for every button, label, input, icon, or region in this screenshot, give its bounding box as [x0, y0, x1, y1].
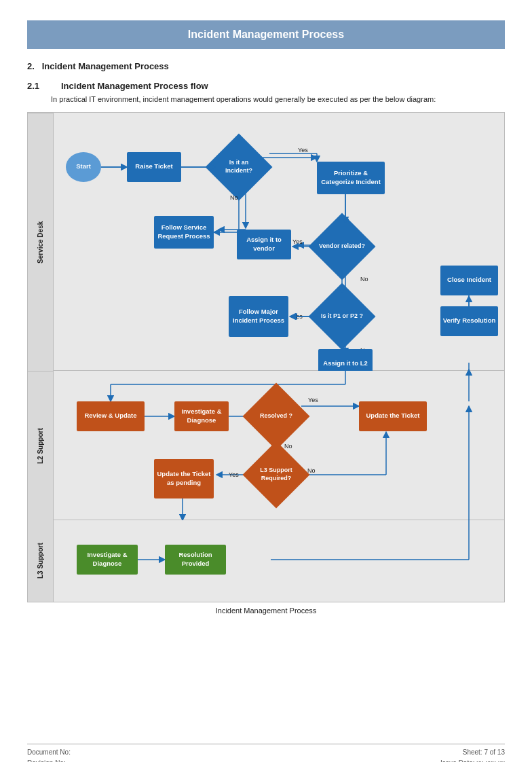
no-label-1: No: [230, 194, 238, 201]
l3-required-node: L3 Support Required?: [252, 451, 300, 498]
l2-support-lane: Review & Update Investigate & Diagnose R…: [54, 371, 504, 520]
start-node: Start: [66, 152, 101, 182]
close-incident-node: Close Incident: [440, 266, 498, 295]
section2-title: 2. Incident Management Process: [27, 61, 505, 71]
is-p1p2-node: Is it P1 or P2 ?: [318, 293, 366, 340]
footer-left: Document No: Revision No:: [27, 747, 71, 762]
verify-resolution-node: Verify Resolution: [440, 306, 498, 336]
no-label-4: No: [284, 443, 292, 450]
section21-number: 2.1: [27, 81, 61, 91]
lane-l2-support: L2 Support: [28, 371, 53, 520]
revision-label: Revision No:: [27, 758, 71, 762]
yes-label-1: Yes: [298, 147, 308, 153]
diagram: Service Desk L2 Support L3 Support: [27, 112, 505, 602]
service-desk-lane: Start Raise Ticket Is it an Incident? Ye…: [54, 113, 504, 371]
resolution-provided-node: Resolution Provided: [165, 545, 226, 575]
sheet-label: Sheet: 7 of 13: [440, 747, 505, 758]
follow-major-node: Follow Major Incident Process: [229, 296, 288, 337]
issue-date-label: Issue Date: xx-xxx-xx: [440, 758, 505, 762]
update-ticket-node: Update the Ticket: [359, 401, 427, 431]
no-label-2: No: [360, 276, 368, 283]
review-update-node: Review & Update: [77, 401, 145, 431]
lane-l3-support: L3 Support: [28, 520, 53, 602]
yes-label-3: Yes: [292, 313, 303, 320]
prioritize-node: Prioritize & Categorize Incident: [317, 162, 385, 194]
lane-service-desk: Service Desk: [28, 113, 53, 371]
footer-right: Sheet: 7 of 13 Issue Date: xx-xxx-xx: [440, 747, 505, 762]
investigate-l2-node: Investigate & Diagnose: [174, 401, 229, 431]
assign-vendor-node: Assign it to vendor: [237, 230, 291, 259]
lane-labels: Service Desk L2 Support L3 Support: [28, 113, 54, 602]
is-incident-node: Is it an Incident?: [215, 143, 263, 191]
raise-ticket-node: Raise Ticket: [127, 152, 181, 182]
diagram-content: Start Raise Ticket Is it an Incident? Ye…: [54, 113, 504, 602]
update-pending-node: Update the Ticket as pending: [154, 459, 214, 498]
vendor-related-node: Vendor related?: [318, 223, 366, 270]
section21-body: In practical IT environment, incident ma…: [51, 94, 505, 105]
investigate-l3-node: Investigate & Diagnose: [77, 545, 138, 575]
resolved-node: Resolved ?: [252, 393, 300, 440]
l3-support-lane: Investigate & Diagnose Resolution Provid…: [54, 520, 504, 602]
yes-label-4: Yes: [308, 397, 318, 403]
section21-title: Incident Management Process flow: [61, 81, 208, 91]
header-title: Incident Management Process: [27, 20, 505, 49]
diagram-caption: Incident Management Process: [27, 606, 505, 615]
follow-service-node: Follow Service Request Process: [154, 216, 214, 249]
no-label-5: No: [307, 467, 316, 474]
doc-no-label: Document No:: [27, 747, 71, 758]
page: Incident Management Process 2. Incident …: [0, 20, 532, 762]
footer: Document No: Revision No: Sheet: 7 of 13…: [27, 744, 505, 762]
yes-label-2: Yes: [292, 238, 303, 245]
yes-label-5: Yes: [229, 471, 239, 478]
